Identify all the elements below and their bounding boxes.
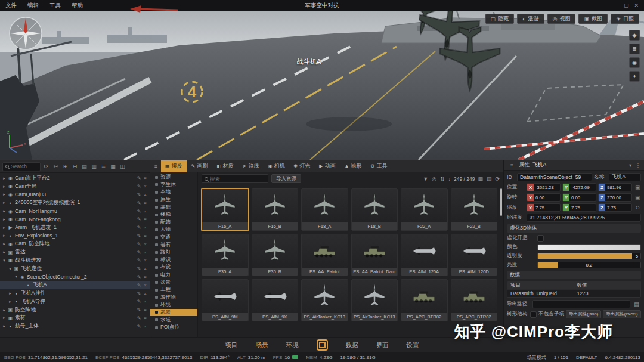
tab-terrain[interactable]: ▲地形 <box>340 160 366 172</box>
tab-camera[interactable]: ◉相机 <box>264 160 289 172</box>
folder-icon[interactable]: ▤ <box>80 162 89 171</box>
edit-icon[interactable]: ✎ <box>137 324 141 329</box>
panel-menu-icon[interactable]: ≡ <box>151 162 160 171</box>
menu-item-0[interactable]: 文件 <box>0 2 22 10</box>
tree-row[interactable]: ▪飞机A✎× <box>0 281 150 289</box>
position-x-field[interactable]: X-3021.28 <box>527 183 561 191</box>
position-lock-icon[interactable]: ▣ <box>634 184 641 190</box>
category-item[interactable]: 布设 <box>150 264 197 271</box>
opacity-slider[interactable]: 5 <box>537 253 641 259</box>
category-item[interactable]: 配饰 <box>150 219 197 227</box>
category-item[interactable]: 水域 <box>150 316 197 324</box>
tree-row[interactable]: ▸▪Env_Explosions_1✎× <box>0 232 150 240</box>
sunlight-button[interactable]: ☀日照 <box>611 14 639 24</box>
edit-icon[interactable]: ✎ <box>137 175 141 181</box>
refresh-icon[interactable]: ⟳ <box>495 176 500 182</box>
asset-card[interactable]: PS_AIM_120A <box>401 234 448 276</box>
asset-card[interactable]: PS_AirTanker_KC13 <box>301 279 348 321</box>
caret-icon[interactable]: ▸ <box>1 184 7 189</box>
tree-row[interactable]: ▾◈SceneObjectConnector_2✎× <box>0 273 150 281</box>
remove-icon[interactable]: × <box>144 250 147 255</box>
edit-icon[interactable]: ✎ <box>137 315 141 321</box>
remove-icon[interactable]: × <box>144 299 147 304</box>
caret-icon[interactable]: ▸ <box>1 176 7 181</box>
list-view-icon[interactable]: ▤ <box>487 176 492 182</box>
caret-icon[interactable]: ▸ <box>1 324 7 329</box>
category-item[interactable]: 盆景 <box>150 279 197 286</box>
menu-item-1[interactable]: 编辑 <box>22 2 44 10</box>
grid-view-icon[interactable]: ▦ <box>478 176 483 182</box>
add-icon[interactable]: ⊞ <box>61 162 70 171</box>
camera-button[interactable]: ◉ <box>629 57 640 68</box>
rotation-y-field[interactable]: Y0.00 <box>562 193 596 202</box>
remove-icon[interactable]: × <box>144 175 147 181</box>
remove-icon[interactable]: × <box>144 258 147 263</box>
edit-icon[interactable]: ✎ <box>137 192 141 197</box>
caret-icon[interactable]: ▾ <box>7 267 13 271</box>
remove-icon[interactable]: ⊟ <box>70 162 79 171</box>
caret-icon[interactable]: ▸ <box>1 242 7 246</box>
category-item[interactable]: 本地 <box>150 188 197 196</box>
rotation-x-field[interactable]: X0.00 <box>527 193 561 202</box>
category-item[interactable]: 岩石 <box>150 241 197 249</box>
scale-link-icon[interactable]: ⊙ <box>634 205 641 211</box>
roam-button[interactable]: ◐漫游 <box>517 14 544 24</box>
more-icon[interactable]: ⋮ <box>635 162 640 168</box>
asset-card[interactable]: F18_A <box>301 188 348 231</box>
tree-row[interactable]: ▸◉Cam全局✎× <box>0 182 150 191</box>
category-item[interactable]: 交通 <box>150 234 197 242</box>
scale-x-field[interactable]: X7.75 <box>527 203 561 212</box>
edit-icon[interactable]: ✎ <box>137 258 141 263</box>
properties-menu-icon[interactable]: ≡ <box>507 161 516 170</box>
asset-card[interactable]: F35_B <box>252 234 299 276</box>
table-row[interactable]: Datasmith_UniqueId1273 <box>507 289 640 297</box>
remove-icon[interactable]: × <box>144 233 147 239</box>
tree-row[interactable]: ▸▣素材✎× <box>0 314 150 323</box>
asset-card[interactable]: F16_A <box>202 188 249 231</box>
tab-material[interactable]: ◧材质 <box>212 160 238 172</box>
list-icon[interactable]: ≣ <box>99 162 108 171</box>
tab-route[interactable]: ➤路线 <box>239 160 264 172</box>
asset-card[interactable]: F35_A <box>202 234 249 276</box>
scale-y-field[interactable]: Y7.75 <box>562 203 596 212</box>
asset-card[interactable]: F22_B <box>451 188 498 231</box>
remove-icon[interactable]: × <box>144 307 147 313</box>
remove-icon[interactable]: × <box>144 274 147 280</box>
asset-card[interactable]: PS_APC_BTR82 <box>401 279 448 321</box>
remove-icon[interactable]: × <box>144 200 147 206</box>
asset-card[interactable]: PS_AA_Patriot <box>301 234 348 276</box>
bottom-tab-environment[interactable]: 环境 <box>286 341 299 349</box>
rotation-lock-icon[interactable]: ▣ <box>634 194 641 200</box>
export-json-button[interactable]: 导出属性(json) <box>566 310 601 318</box>
bottom-tab-interface[interactable]: 界面 <box>376 341 389 349</box>
geo-field[interactable]: 31.714812,31.599455,28.099725 <box>527 214 641 222</box>
edit-icon[interactable]: ✎ <box>137 274 141 280</box>
caret-icon[interactable]: ▸ <box>1 315 7 320</box>
tree-row[interactable]: ▸◉CamQuanju3✎× <box>0 191 150 199</box>
tree-row[interactable]: ▸◉Cam_防空阵地✎× <box>0 240 150 248</box>
remove-icon[interactable]: × <box>144 216 147 222</box>
blur-enable-checkbox[interactable] <box>537 235 544 242</box>
remove-icon[interactable]: × <box>144 324 147 329</box>
layers-button[interactable]: ≣ <box>629 44 640 54</box>
caret-icon[interactable]: ▸ <box>1 192 7 197</box>
edit-icon[interactable]: ✎ <box>137 250 141 255</box>
tab-light[interactable]: ✺灯光 <box>290 160 315 172</box>
id-field[interactable]: DatasmithSceneObject_59 <box>517 173 592 181</box>
edit-icon[interactable]: ✎ <box>137 233 141 239</box>
export-path-input[interactable] <box>532 300 630 308</box>
tree-search-field[interactable] <box>11 163 38 169</box>
remove-icon[interactable]: × <box>144 291 147 296</box>
category-item[interactable]: 电力 <box>150 271 197 279</box>
edit-icon[interactable]: ✎ <box>137 266 141 271</box>
category-item[interactable]: 原生 <box>150 196 197 204</box>
bottom-tab-data[interactable]: 数据 <box>346 341 358 349</box>
category-item[interactable]: 路灯 <box>150 249 197 256</box>
asset-card[interactable]: PS_APC_BTR82 <box>451 279 498 321</box>
category-item[interactable]: 环境 <box>150 301 197 309</box>
viewport[interactable]: 4 <box>0 11 644 160</box>
edit-icon[interactable]: ✎ <box>137 200 141 206</box>
caret-icon[interactable]: ▸ <box>7 291 13 296</box>
tree-row[interactable]: ▸▣防空阵地✎× <box>0 306 150 314</box>
category-item[interactable]: 武器 <box>150 309 197 317</box>
